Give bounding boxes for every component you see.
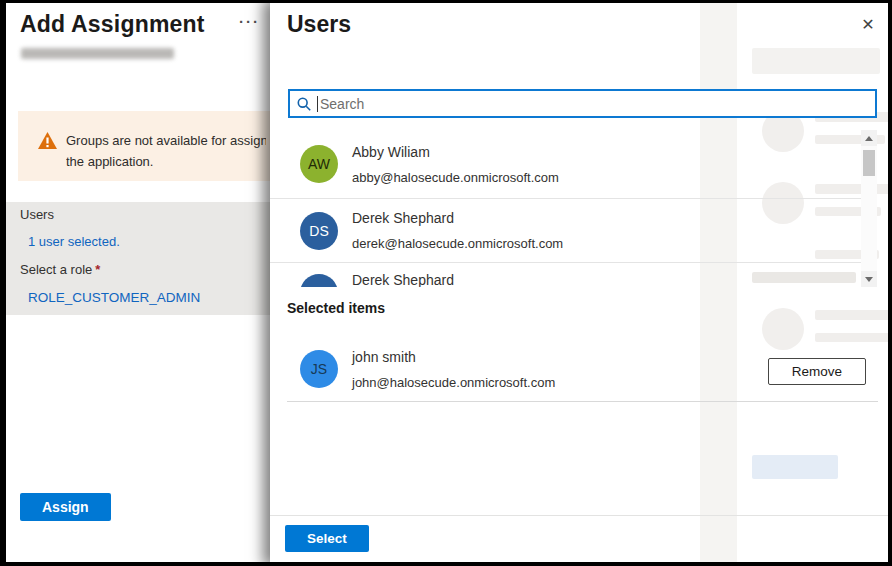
ghost-artifact (815, 310, 892, 320)
user-name: Abby Wiliam (352, 144, 430, 160)
required-asterisk: * (95, 262, 100, 277)
users-selected-link[interactable]: 1 user selected. (28, 234, 120, 249)
user-list: AW Abby Wiliam abby@halosecude.onmicroso… (270, 130, 861, 287)
assignment-form-section: Users 1 user selected. Select a role* RO… (0, 202, 270, 315)
list-scrollbar[interactable] (861, 130, 877, 287)
search-box[interactable] (288, 89, 877, 118)
close-icon: ✕ (861, 16, 874, 33)
users-flyout-panel: Users ✕ AW Abby Wiliam abby@halosecude.o… (270, 0, 892, 566)
warning-banner: Groups are not available for assign the … (18, 111, 270, 181)
scroll-up-button[interactable] (861, 130, 877, 146)
redacted-subtitle (21, 48, 174, 59)
role-label-text: Select a role (20, 262, 92, 277)
search-icon (297, 97, 311, 111)
arrow-down-icon (865, 277, 873, 282)
users-field-label: Users (20, 207, 54, 222)
ghost-artifact (752, 48, 880, 74)
arrow-up-icon (865, 136, 873, 141)
scroll-thumb[interactable] (863, 150, 875, 176)
warning-message: Groups are not available for assign the … (66, 130, 266, 172)
user-name: Derek Shephard (352, 210, 454, 226)
search-input[interactable] (318, 96, 875, 112)
selected-user-email: john@halosecude.onmicrosoft.com (352, 375, 555, 390)
section-divider (287, 401, 878, 402)
avatar: DS (300, 212, 338, 250)
close-button[interactable]: ✕ (856, 13, 880, 37)
user-row[interactable]: AW Abby Wiliam abby@halosecude.onmicroso… (270, 130, 861, 199)
user-email: abby@halosecude.onmicrosoft.com (352, 170, 559, 185)
ghost-artifact (752, 455, 838, 479)
avatar: JS (300, 350, 338, 388)
user-email: derek@halosecude.onmicrosoft.com (352, 236, 563, 251)
selected-user-name: john smith (352, 349, 416, 365)
footer-divider (270, 515, 892, 516)
flyout-title: Users (287, 11, 351, 38)
add-assignment-panel: Add Assignment ··· Groups are not availa… (0, 0, 270, 566)
page-title: Add Assignment (20, 11, 205, 38)
user-name: Derek Shephard (352, 272, 454, 287)
user-row[interactable]: DS Derek Shephard (270, 264, 861, 287)
avatar: DS (300, 274, 338, 287)
assign-button[interactable]: Assign (20, 493, 111, 521)
user-row[interactable]: DS Derek Shephard derek@halosecude.onmic… (270, 200, 861, 263)
warning-icon (38, 132, 57, 149)
warning-line-1: Groups are not available for assign (66, 130, 266, 151)
role-value-link[interactable]: ROLE_CUSTOMER_ADMIN (28, 290, 200, 305)
more-options-button[interactable]: ··· (239, 13, 260, 30)
selected-item-row: JS john smith john@halosecude.onmicrosof… (270, 342, 892, 402)
screen: Add Assignment ··· Groups are not availa… (0, 0, 892, 566)
avatar: AW (300, 145, 338, 183)
scroll-down-button[interactable] (861, 271, 877, 287)
role-field-label: Select a role* (20, 262, 100, 277)
remove-button[interactable]: Remove (768, 358, 866, 385)
ghost-artifact (815, 333, 892, 342)
selected-items-heading: Selected items (287, 300, 385, 316)
warning-line-2: the application. (66, 151, 266, 172)
select-button[interactable]: Select (285, 525, 369, 552)
